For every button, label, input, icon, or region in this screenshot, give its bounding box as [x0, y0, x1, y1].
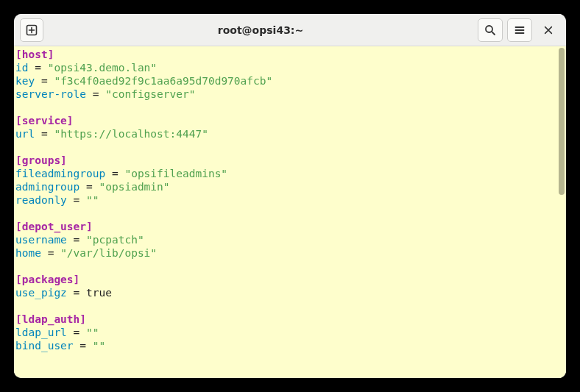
terminal-content[interactable]: [host] id = "opsi43.demo.lan" key = "f3c…: [14, 46, 557, 378]
val-server-role: "configserver": [105, 88, 195, 100]
section-packages: [packages]: [15, 274, 79, 285]
window-title: root@opsi43:~: [48, 24, 473, 36]
key-readonly: readonly: [15, 194, 67, 206]
val-id: "opsi43.demo.lan": [48, 62, 157, 74]
val-fileadmingroup: "opsifileadmins": [124, 168, 227, 179]
val-ldap-url: "": [86, 327, 99, 338]
scrollbar-thumb[interactable]: [559, 48, 565, 195]
section-depot-user: [depot_user]: [15, 221, 93, 232]
val-bind-user: "": [93, 340, 105, 352]
val-url: "https://localhost:4447": [54, 128, 208, 140]
section-host: [host]: [15, 49, 54, 60]
key-bind-user: bind_user: [15, 340, 74, 352]
val-key: "f3c4f0aed92f9c1aa6a95d70d970afcb": [54, 75, 272, 87]
key-fileadmingroup: fileadmingroup: [15, 168, 105, 179]
key-url: url: [15, 128, 35, 140]
close-icon: [543, 25, 554, 35]
scrollbar[interactable]: [557, 46, 566, 378]
terminal-window: root@opsi43:~ [host] id = "opsi43.demo.l…: [14, 14, 566, 378]
key-ldap-url: ldap_url: [15, 327, 67, 338]
search-icon: [484, 24, 496, 36]
key-use-pigz: use_pigz: [15, 287, 67, 299]
plus-box-icon: [26, 24, 38, 36]
val-admingroup: "opsiadmin": [99, 181, 170, 193]
key-server-role: server-role: [15, 88, 86, 100]
hamburger-icon: [514, 24, 526, 36]
close-button[interactable]: [537, 18, 560, 42]
content-area: [host] id = "opsi43.demo.lan" key = "f3c…: [14, 46, 566, 378]
section-ldap-auth: [ldap_auth]: [15, 313, 86, 325]
val-username: "pcpatch": [86, 234, 144, 246]
section-groups: [groups]: [15, 154, 67, 166]
key-key: key: [15, 75, 35, 87]
key-home: home: [15, 247, 41, 259]
val-readonly: "": [86, 194, 99, 206]
new-tab-button[interactable]: [20, 18, 43, 42]
key-id: id: [15, 62, 28, 74]
key-admingroup: admingroup: [15, 181, 79, 193]
titlebar: root@opsi43:~: [14, 14, 566, 46]
menu-button[interactable]: [507, 18, 532, 42]
key-username: username: [15, 234, 67, 246]
val-use-pigz: true: [86, 287, 112, 299]
search-button[interactable]: [478, 18, 503, 42]
val-home: "/var/lib/opsi": [60, 247, 157, 259]
section-service: [service]: [15, 115, 74, 126]
